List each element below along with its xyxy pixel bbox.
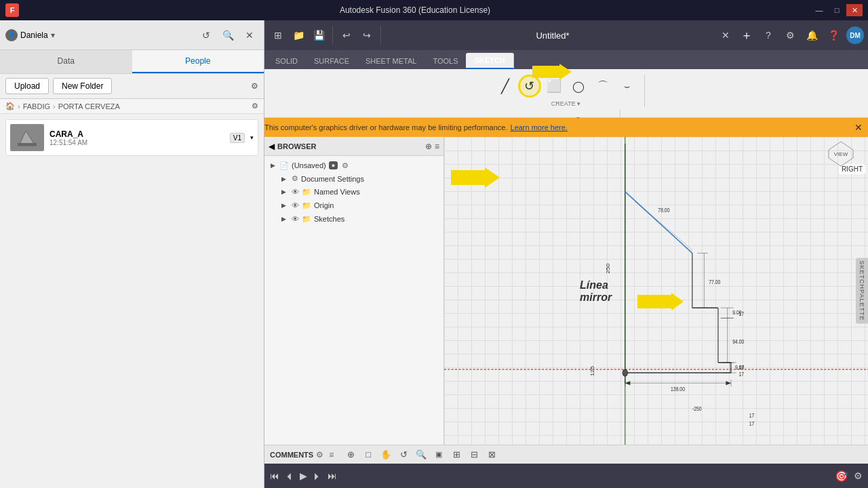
save-icon[interactable]: 💾 [309, 26, 328, 45]
search-button[interactable]: 🔍 [219, 26, 237, 44]
tab-tools[interactable]: TOOLS [425, 53, 466, 69]
user-avatar[interactable]: DM [846, 26, 864, 44]
breadcrumb-home-icon[interactable]: 🏠 [5, 102, 15, 110]
browser-more-icon[interactable]: ≡ [435, 142, 439, 151]
svg-text:-250: -250 [692, 405, 702, 412]
canvas[interactable]: 78.00 77.00 9.00 17 [444, 137, 868, 445]
settings-icon[interactable]: ⚙ [251, 81, 258, 91]
playback-next-button[interactable]: ⏵ [313, 470, 322, 481]
help-icon[interactable]: ? [760, 26, 777, 44]
viewport-area: ◀ BROWSER ⊕ ≡ ▶ 📄 (Unsaved) ● ⚙ [264, 137, 868, 488]
learn-more-link[interactable]: Learn more here. [511, 123, 568, 131]
refresh-button[interactable]: ↺ [197, 26, 215, 44]
tree-arrow-unsaved[interactable]: ▶ [269, 161, 277, 169]
tree-item-named-views[interactable]: ▶ 👁 📁 Named Views [275, 185, 443, 199]
maximize-button[interactable]: □ [829, 4, 845, 16]
warning-text: This computer's graphics driver or hardw… [264, 123, 508, 131]
tree-arrow-sketches[interactable]: ▶ [279, 215, 288, 223]
fillet-tool-button[interactable]: ⌣ [616, 75, 639, 98]
comments-settings-icon[interactable]: ⚙ [316, 450, 323, 460]
tree-item-unsaved[interactable]: ▶ 📄 (Unsaved) ● ⚙ [264, 159, 443, 172]
breadcrumb-fabdig[interactable]: FABDIG [23, 102, 50, 110]
tree-eye-sketches[interactable]: 👁 [292, 215, 299, 223]
user-dropdown-icon[interactable]: ▾ [51, 30, 55, 40]
minimize-button[interactable]: — [811, 4, 827, 16]
display-mode-icon[interactable]: □ [361, 447, 376, 462]
svg-text:125: 125 [590, 365, 595, 376]
viewcube[interactable]: VIEW [827, 140, 854, 169]
annotation-text-linea-mirror: Línea mirror [580, 279, 612, 304]
notification-icon[interactable]: 🔔 [803, 26, 821, 44]
svg-text:94.00: 94.00 [732, 338, 745, 345]
tree-icon-folder-origin: 📁 [302, 201, 311, 210]
settings-icon[interactable]: ⚙ [781, 26, 799, 44]
redo-icon[interactable]: ↪ [357, 26, 376, 45]
tree-item-doc-settings[interactable]: ▶ ⚙ Document Settings [275, 172, 443, 185]
add-button[interactable]: ＋ [738, 26, 755, 44]
tab-sketch[interactable]: SKETCH [466, 53, 513, 69]
tree-eye-named-views[interactable]: 👁 [292, 188, 299, 196]
more-icon[interactable]: ⊠ [484, 447, 499, 462]
arrow-body [532, 66, 559, 78]
undo-icon[interactable]: ↩ [337, 26, 356, 45]
tree-item-sketches[interactable]: ▶ 👁 📁 Sketches [275, 212, 443, 226]
analysis-icon[interactable]: ▣ [431, 447, 446, 462]
tab-solid[interactable]: SOLID [267, 53, 306, 69]
tree-item-origin[interactable]: ▶ 👁 📁 Origin [275, 199, 443, 212]
svg-text:17: 17 [749, 420, 755, 427]
browser-collapse-icon[interactable]: ◀ [269, 142, 275, 151]
playback-settings-icon[interactable]: ⚙ [854, 470, 863, 481]
tab-sheet-metal[interactable]: SHEET METAL [357, 53, 425, 69]
ribbon: ╱ ↺ ⬜ ◯ ⌒ ⌣ CREATE ▾ ✂ ⊃ [264, 69, 868, 118]
list-item[interactable]: CARA_A 12:51:54 AM V1 ▾ [5, 119, 258, 156]
pan-icon[interactable]: ✋ [378, 447, 393, 462]
breadcrumb-settings-icon[interactable]: ⚙ [252, 102, 258, 110]
tab-data[interactable]: Data [0, 50, 132, 73]
warning-close-button[interactable]: ✕ [854, 122, 863, 133]
playback-start-button[interactable]: ⏮ [270, 470, 279, 481]
doc-close-icon[interactable]: ✕ [722, 30, 730, 41]
tree-settings-icon[interactable]: ⚙ [342, 161, 349, 170]
comments-expand-icon[interactable]: ≡ [329, 450, 334, 460]
tree-label-doc-settings: Document Settings [301, 175, 364, 183]
tab-people[interactable]: People [132, 50, 264, 73]
create-group-label: CREATE ▾ [551, 100, 580, 107]
breadcrumb-porta-cerveza[interactable]: PORTA CERVEZA [58, 102, 120, 110]
document-title: Untitled* [387, 30, 719, 41]
playback-end-button[interactable]: ⏭ [328, 470, 337, 481]
tree-arrow-origin[interactable]: ▶ [279, 201, 288, 209]
question-icon[interactable]: ❓ [825, 26, 842, 44]
playback-play-button[interactable]: ▶ [300, 470, 307, 481]
folder-icon[interactable]: 📁 [289, 26, 308, 45]
svg-line-6 [625, 192, 692, 253]
close-button[interactable]: ✕ [846, 4, 863, 16]
file-info: CARA_A 12:51:54 AM [50, 129, 224, 146]
version-dropdown-icon[interactable]: ▾ [250, 134, 254, 141]
orbit-icon[interactable]: ↺ [396, 447, 411, 462]
arc-tool-button[interactable]: ⌒ [591, 75, 614, 98]
browser-expand-icon[interactable]: ⊕ [425, 142, 432, 151]
tree-eye-origin[interactable]: 👁 [292, 201, 299, 209]
tab-surface[interactable]: SURFACE [306, 53, 357, 69]
zoom-fit-icon[interactable]: 🔍 [414, 447, 429, 462]
window-title: Autodesk Fusion 360 (Education License) [19, 5, 811, 15]
playback-prev-button[interactable]: ⏴ [285, 470, 294, 481]
svg-text:138.00: 138.00 [671, 386, 685, 392]
svg-rect-2 [18, 143, 37, 146]
tree-arrow-doc-settings[interactable]: ▶ [279, 175, 288, 183]
new-folder-button[interactable]: New Folder [53, 78, 112, 94]
display-settings-icon[interactable]: ⊟ [467, 447, 481, 462]
tree-arrow-named-views[interactable]: ▶ [279, 188, 288, 196]
grid-icon[interactable]: ⊞ [449, 447, 464, 462]
line-tool-button[interactable]: ╱ [494, 75, 517, 98]
close-panel-button[interactable]: ✕ [241, 26, 258, 44]
tree-label-sketches: Sketches [314, 215, 344, 223]
canvas-yellow-arrow [637, 293, 684, 310]
tree-label-unsaved: (Unsaved) [292, 161, 326, 169]
upload-button[interactable]: Upload [5, 78, 49, 94]
grid-view-icon[interactable]: ⊞ [269, 26, 288, 45]
header-right: ＋ ? ⚙ 🔔 ❓ DM [738, 26, 864, 44]
target-icon[interactable]: ⊕ [343, 447, 358, 462]
yellow-arrow-annotation [532, 64, 572, 80]
version-badge[interactable]: V1 [230, 133, 245, 143]
